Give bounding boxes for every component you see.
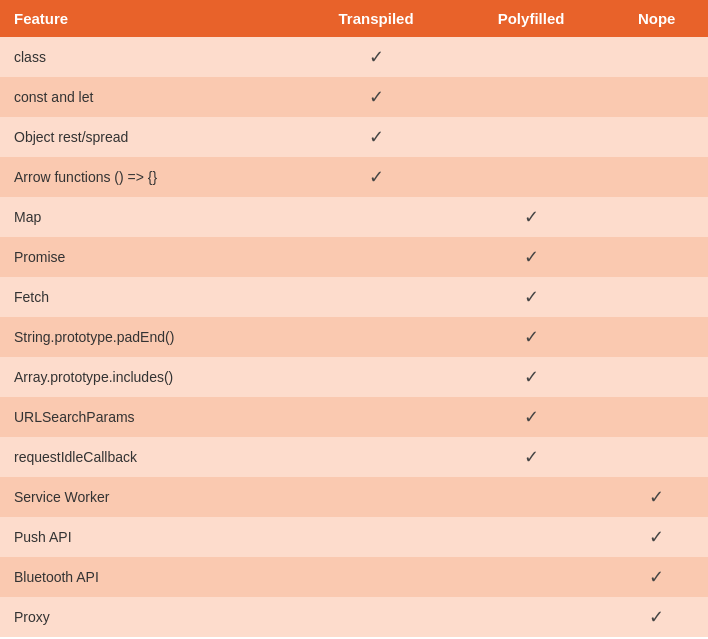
cell-transpiled: [295, 357, 457, 397]
cell-nope: [605, 77, 708, 117]
col-header-polyfilled: Polyfilled: [457, 0, 605, 37]
table-row: Promise✓: [0, 237, 708, 277]
cell-polyfilled: [457, 557, 605, 597]
cell-feature: Arrow functions () => {}: [0, 157, 295, 197]
cell-feature: const and let: [0, 77, 295, 117]
cell-nope: ✓: [605, 597, 708, 637]
checkmark-icon: ✓: [524, 206, 539, 228]
cell-feature: requestIdleCallback: [0, 437, 295, 477]
feature-table-wrapper: Feature Transpiled Polyfilled Nope class…: [0, 0, 708, 637]
cell-transpiled: ✓: [295, 157, 457, 197]
cell-transpiled: [295, 397, 457, 437]
table-row: Map✓: [0, 197, 708, 237]
cell-polyfilled: [457, 597, 605, 637]
cell-transpiled: [295, 237, 457, 277]
table-row: Array.prototype.includes()✓: [0, 357, 708, 397]
cell-transpiled: [295, 277, 457, 317]
cell-feature: Object rest/spread: [0, 117, 295, 157]
checkmark-icon: ✓: [524, 406, 539, 428]
table-header-row: Feature Transpiled Polyfilled Nope: [0, 0, 708, 37]
checkmark-icon: ✓: [524, 326, 539, 348]
cell-feature: class: [0, 37, 295, 77]
cell-transpiled: [295, 597, 457, 637]
cell-feature: Array.prototype.includes(): [0, 357, 295, 397]
cell-transpiled: [295, 477, 457, 517]
cell-nope: [605, 357, 708, 397]
cell-polyfilled: ✓: [457, 197, 605, 237]
table-row: class✓: [0, 37, 708, 77]
table-row: Proxy✓: [0, 597, 708, 637]
cell-transpiled: [295, 437, 457, 477]
cell-polyfilled: ✓: [457, 437, 605, 477]
col-header-transpiled: Transpiled: [295, 0, 457, 37]
feature-table: Feature Transpiled Polyfilled Nope class…: [0, 0, 708, 637]
cell-transpiled: ✓: [295, 77, 457, 117]
cell-polyfilled: ✓: [457, 357, 605, 397]
table-row: String.prototype.padEnd()✓: [0, 317, 708, 357]
cell-nope: [605, 437, 708, 477]
checkmark-icon: ✓: [524, 286, 539, 308]
table-row: const and let✓: [0, 77, 708, 117]
cell-polyfilled: [457, 77, 605, 117]
cell-feature: Fetch: [0, 277, 295, 317]
cell-feature: Map: [0, 197, 295, 237]
cell-polyfilled: [457, 117, 605, 157]
cell-transpiled: ✓: [295, 37, 457, 77]
cell-polyfilled: ✓: [457, 237, 605, 277]
table-row: requestIdleCallback✓: [0, 437, 708, 477]
cell-nope: [605, 237, 708, 277]
cell-polyfilled: ✓: [457, 397, 605, 437]
col-header-feature: Feature: [0, 0, 295, 37]
cell-nope: ✓: [605, 517, 708, 557]
cell-feature: Bluetooth API: [0, 557, 295, 597]
table-row: Object rest/spread✓: [0, 117, 708, 157]
checkmark-icon: ✓: [524, 366, 539, 388]
cell-nope: [605, 117, 708, 157]
checkmark-icon: ✓: [369, 46, 384, 68]
cell-nope: [605, 317, 708, 357]
cell-nope: ✓: [605, 557, 708, 597]
col-header-nope: Nope: [605, 0, 708, 37]
checkmark-icon: ✓: [369, 86, 384, 108]
checkmark-icon: ✓: [369, 166, 384, 188]
table-row: Bluetooth API✓: [0, 557, 708, 597]
cell-transpiled: [295, 517, 457, 557]
cell-feature: Push API: [0, 517, 295, 557]
cell-feature: Promise: [0, 237, 295, 277]
cell-nope: [605, 157, 708, 197]
checkmark-icon: ✓: [649, 486, 664, 508]
cell-polyfilled: [457, 157, 605, 197]
cell-polyfilled: ✓: [457, 317, 605, 357]
cell-polyfilled: [457, 37, 605, 77]
checkmark-icon: ✓: [524, 246, 539, 268]
checkmark-icon: ✓: [649, 526, 664, 548]
cell-transpiled: [295, 557, 457, 597]
table-row: Arrow functions () => {}✓: [0, 157, 708, 197]
cell-nope: ✓: [605, 477, 708, 517]
cell-feature: URLSearchParams: [0, 397, 295, 437]
checkmark-icon: ✓: [649, 606, 664, 628]
cell-nope: [605, 277, 708, 317]
checkmark-icon: ✓: [524, 446, 539, 468]
cell-transpiled: [295, 317, 457, 357]
cell-feature: String.prototype.padEnd(): [0, 317, 295, 357]
cell-nope: [605, 197, 708, 237]
cell-transpiled: ✓: [295, 117, 457, 157]
table-row: URLSearchParams✓: [0, 397, 708, 437]
cell-feature: Service Worker: [0, 477, 295, 517]
checkmark-icon: ✓: [649, 566, 664, 588]
table-row: Push API✓: [0, 517, 708, 557]
table-row: Fetch✓: [0, 277, 708, 317]
cell-polyfilled: [457, 517, 605, 557]
checkmark-icon: ✓: [369, 126, 384, 148]
cell-nope: [605, 397, 708, 437]
table-row: Service Worker✓: [0, 477, 708, 517]
cell-nope: [605, 37, 708, 77]
cell-feature: Proxy: [0, 597, 295, 637]
cell-polyfilled: [457, 477, 605, 517]
cell-polyfilled: ✓: [457, 277, 605, 317]
cell-transpiled: [295, 197, 457, 237]
